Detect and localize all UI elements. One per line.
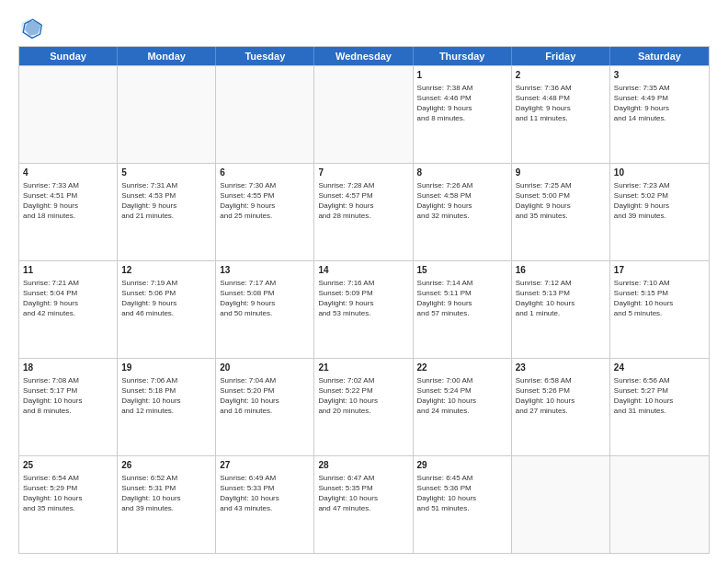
cell-info: Sunrise: 6:58 AMSunset: 5:26 PMDaylight:…	[516, 375, 606, 417]
calendar-header-row: SundayMondayTuesdayWednesdayThursdayFrid…	[19, 47, 709, 65]
day-number: 6	[220, 167, 310, 179]
calendar-cell: 19Sunrise: 7:06 AMSunset: 5:18 PMDayligh…	[118, 359, 216, 455]
cell-info: Sunrise: 7:31 AMSunset: 4:53 PMDaylight:…	[121, 180, 211, 222]
cell-info: Sunrise: 7:08 AMSunset: 5:17 PMDaylight:…	[23, 375, 113, 417]
cal-header-tuesday: Tuesday	[216, 47, 314, 65]
cell-info: Sunrise: 6:52 AMSunset: 5:31 PMDaylight:…	[121, 473, 211, 514]
cal-header-thursday: Thursday	[414, 47, 512, 65]
calendar-cell: 4Sunrise: 7:33 AMSunset: 4:51 PMDaylight…	[19, 164, 118, 260]
cell-info: Sunrise: 7:14 AMSunset: 5:11 PMDaylight:…	[417, 278, 507, 319]
cell-info: Sunrise: 7:25 AMSunset: 5:00 PMDaylight:…	[516, 180, 606, 222]
cell-info: Sunrise: 6:47 AMSunset: 5:35 PMDaylight:…	[318, 473, 408, 514]
calendar-cell: 26Sunrise: 6:52 AMSunset: 5:31 PMDayligh…	[118, 456, 216, 553]
day-number: 16	[516, 264, 606, 277]
cell-info: Sunrise: 7:19 AMSunset: 5:06 PMDaylight:…	[121, 278, 211, 319]
day-number: 20	[220, 362, 310, 374]
cell-info: Sunrise: 7:26 AMSunset: 4:58 PMDaylight:…	[417, 180, 507, 222]
calendar-cell: 5Sunrise: 7:31 AMSunset: 4:53 PMDaylight…	[118, 164, 216, 260]
day-number: 18	[23, 362, 113, 374]
day-number: 2	[516, 69, 606, 82]
page: SundayMondayTuesdayWednesdayThursdayFrid…	[0, 0, 728, 563]
day-number: 4	[23, 167, 113, 179]
cell-info: Sunrise: 7:35 AMSunset: 4:49 PMDaylight:…	[614, 83, 705, 124]
logo-icon	[18, 15, 44, 40]
cell-info: Sunrise: 6:56 AMSunset: 5:27 PMDaylight:…	[614, 375, 705, 417]
cell-info: Sunrise: 7:10 AMSunset: 5:15 PMDaylight:…	[614, 278, 705, 319]
day-number: 15	[417, 264, 507, 277]
calendar-cell	[512, 456, 610, 553]
calendar-cell: 28Sunrise: 6:47 AMSunset: 5:35 PMDayligh…	[314, 456, 413, 553]
cell-info: Sunrise: 7:33 AMSunset: 4:51 PMDaylight:…	[23, 180, 113, 222]
calendar-cell: 24Sunrise: 6:56 AMSunset: 5:27 PMDayligh…	[610, 359, 709, 455]
calendar-cell: 2Sunrise: 7:36 AMSunset: 4:48 PMDaylight…	[512, 66, 610, 163]
calendar-cell: 10Sunrise: 7:23 AMSunset: 5:02 PMDayligh…	[610, 164, 709, 260]
cell-info: Sunrise: 7:28 AMSunset: 4:57 PMDaylight:…	[318, 180, 408, 222]
day-number: 29	[417, 459, 507, 472]
cell-info: Sunrise: 7:12 AMSunset: 5:13 PMDaylight:…	[516, 278, 606, 319]
day-number: 3	[614, 69, 705, 82]
logo	[18, 15, 48, 40]
cell-info: Sunrise: 6:45 AMSunset: 5:36 PMDaylight:…	[417, 473, 507, 514]
calendar-cell: 20Sunrise: 7:04 AMSunset: 5:20 PMDayligh…	[216, 359, 314, 455]
calendar-row-3: 18Sunrise: 7:08 AMSunset: 5:17 PMDayligh…	[19, 358, 709, 455]
day-number: 24	[614, 362, 705, 374]
day-number: 10	[614, 167, 705, 179]
cal-header-friday: Friday	[512, 47, 610, 65]
calendar-cell: 9Sunrise: 7:25 AMSunset: 5:00 PMDaylight…	[512, 164, 610, 260]
cell-info: Sunrise: 7:36 AMSunset: 4:48 PMDaylight:…	[516, 83, 606, 124]
day-number: 23	[516, 362, 606, 374]
calendar-cell: 23Sunrise: 6:58 AMSunset: 5:26 PMDayligh…	[512, 359, 610, 455]
day-number: 28	[318, 459, 408, 472]
calendar-cell: 21Sunrise: 7:02 AMSunset: 5:22 PMDayligh…	[314, 359, 413, 455]
cell-info: Sunrise: 7:02 AMSunset: 5:22 PMDaylight:…	[318, 375, 408, 417]
day-number: 25	[23, 459, 113, 472]
calendar-cell	[118, 66, 216, 163]
calendar-row-4: 25Sunrise: 6:54 AMSunset: 5:29 PMDayligh…	[19, 455, 709, 553]
day-number: 1	[417, 69, 507, 82]
cell-info: Sunrise: 7:21 AMSunset: 5:04 PMDaylight:…	[23, 278, 113, 319]
cell-info: Sunrise: 7:04 AMSunset: 5:20 PMDaylight:…	[220, 375, 310, 417]
day-number: 19	[121, 362, 211, 374]
cell-info: Sunrise: 7:16 AMSunset: 5:09 PMDaylight:…	[318, 278, 408, 319]
calendar-cell: 11Sunrise: 7:21 AMSunset: 5:04 PMDayligh…	[19, 261, 118, 358]
header	[18, 15, 710, 40]
day-number: 9	[516, 167, 606, 179]
calendar: SundayMondayTuesdayWednesdayThursdayFrid…	[18, 46, 710, 554]
calendar-row-0: 1Sunrise: 7:38 AMSunset: 4:46 PMDaylight…	[19, 65, 709, 163]
calendar-row-1: 4Sunrise: 7:33 AMSunset: 4:51 PMDaylight…	[19, 163, 709, 260]
day-number: 8	[417, 167, 507, 179]
calendar-cell: 1Sunrise: 7:38 AMSunset: 4:46 PMDaylight…	[414, 66, 512, 163]
cal-header-monday: Monday	[118, 47, 216, 65]
day-number: 13	[220, 264, 310, 277]
calendar-cell: 15Sunrise: 7:14 AMSunset: 5:11 PMDayligh…	[414, 261, 512, 358]
calendar-row-2: 11Sunrise: 7:21 AMSunset: 5:04 PMDayligh…	[19, 260, 709, 358]
day-number: 12	[121, 264, 211, 277]
calendar-cell: 18Sunrise: 7:08 AMSunset: 5:17 PMDayligh…	[19, 359, 118, 455]
cell-info: Sunrise: 7:00 AMSunset: 5:24 PMDaylight:…	[417, 375, 507, 417]
cal-header-sunday: Sunday	[19, 47, 118, 65]
day-number: 27	[220, 459, 310, 472]
calendar-cell: 22Sunrise: 7:00 AMSunset: 5:24 PMDayligh…	[414, 359, 512, 455]
cell-info: Sunrise: 7:38 AMSunset: 4:46 PMDaylight:…	[417, 83, 507, 124]
cell-info: Sunrise: 6:54 AMSunset: 5:29 PMDaylight:…	[23, 473, 113, 514]
cell-info: Sunrise: 6:49 AMSunset: 5:33 PMDaylight:…	[220, 473, 310, 514]
cell-info: Sunrise: 7:30 AMSunset: 4:55 PMDaylight:…	[220, 180, 310, 222]
calendar-cell	[19, 66, 118, 163]
day-number: 22	[417, 362, 507, 374]
calendar-cell: 7Sunrise: 7:28 AMSunset: 4:57 PMDaylight…	[314, 164, 413, 260]
cell-info: Sunrise: 7:23 AMSunset: 5:02 PMDaylight:…	[614, 180, 705, 222]
calendar-body: 1Sunrise: 7:38 AMSunset: 4:46 PMDaylight…	[19, 65, 709, 553]
calendar-cell: 17Sunrise: 7:10 AMSunset: 5:15 PMDayligh…	[610, 261, 709, 358]
calendar-cell	[314, 66, 413, 163]
calendar-cell	[610, 456, 709, 553]
day-number: 14	[318, 264, 408, 277]
day-number: 7	[318, 167, 408, 179]
day-number: 5	[121, 167, 211, 179]
cal-header-wednesday: Wednesday	[314, 47, 413, 65]
cell-info: Sunrise: 7:17 AMSunset: 5:08 PMDaylight:…	[220, 278, 310, 319]
calendar-cell: 12Sunrise: 7:19 AMSunset: 5:06 PMDayligh…	[118, 261, 216, 358]
calendar-cell: 16Sunrise: 7:12 AMSunset: 5:13 PMDayligh…	[512, 261, 610, 358]
day-number: 17	[614, 264, 705, 277]
calendar-cell	[216, 66, 314, 163]
calendar-cell: 3Sunrise: 7:35 AMSunset: 4:49 PMDaylight…	[610, 66, 709, 163]
